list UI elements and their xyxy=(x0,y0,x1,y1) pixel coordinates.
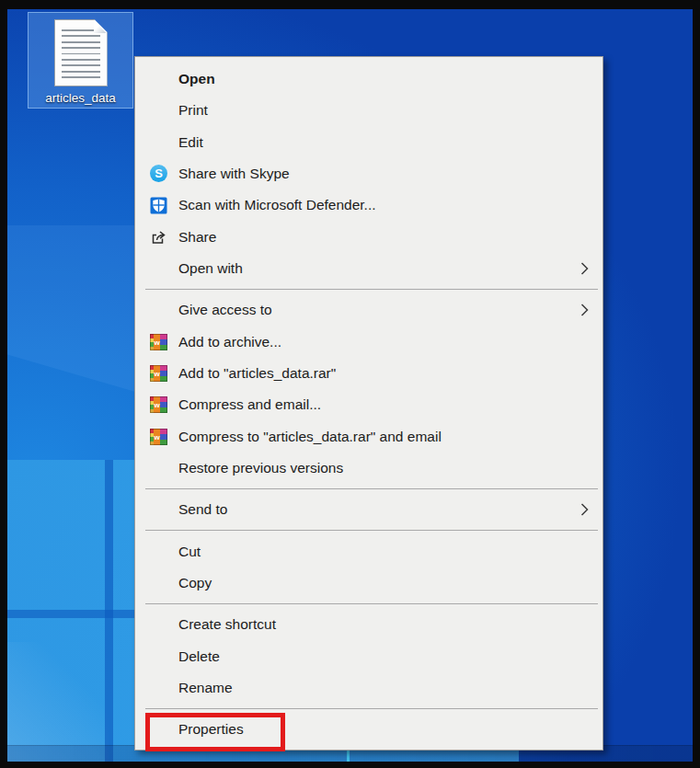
menu-item-restore-previous-versions[interactable]: Restore previous versions xyxy=(135,453,602,484)
menu-item-label: Share with Skype xyxy=(178,166,290,182)
icon-spacer xyxy=(150,133,174,152)
menu-item-label: Edit xyxy=(178,134,203,151)
menu-item-delete[interactable]: Delete xyxy=(135,640,602,671)
submenu-chevron-right-icon xyxy=(580,304,589,317)
menu-item-label: Share xyxy=(178,229,216,246)
menu-item-label: Add to archive... xyxy=(178,334,281,350)
menu-item-label: Give access to xyxy=(178,302,272,318)
menu-item-add-to-articles-data-rar[interactable]: wAdd to "articles_data.rar" xyxy=(135,358,602,389)
menu-item-print[interactable]: Print xyxy=(135,95,602,126)
winrar-icon: w xyxy=(150,333,174,351)
screenshot-frame: articles_data OpenPrintEditSShare with S… xyxy=(0,0,700,768)
defender-icon xyxy=(150,196,174,214)
desktop-file-icon-articles-data[interactable]: articles_data xyxy=(28,12,133,109)
menu-item-label: Create shortcut xyxy=(178,616,276,633)
menu-item-label: Compress and email... xyxy=(178,396,321,413)
menu-item-send-to[interactable]: Send to xyxy=(135,494,602,525)
submenu-chevron-right-icon xyxy=(580,261,589,275)
menu-item-open[interactable]: Open xyxy=(135,63,602,95)
icon-spacer xyxy=(150,259,174,278)
menu-separator xyxy=(145,488,598,489)
text-document-icon xyxy=(54,19,108,86)
winrar-icon: w xyxy=(150,428,174,446)
menu-item-copy[interactable]: Copy xyxy=(135,567,602,599)
menu-separator xyxy=(145,530,598,531)
menu-item-label: Delete xyxy=(178,648,220,665)
skype-icon: S xyxy=(150,165,174,183)
icon-spacer xyxy=(150,615,174,634)
icon-spacer xyxy=(150,70,174,88)
menu-item-scan-with-microsoft-defender[interactable]: Scan with Microsoft Defender... xyxy=(135,189,602,221)
menu-item-share[interactable]: Share xyxy=(135,221,602,252)
winrar-icon: w xyxy=(150,364,174,383)
svg-text:w: w xyxy=(153,433,160,441)
document-text-lines xyxy=(62,29,100,78)
menu-item-add-to-archive[interactable]: wAdd to archive... xyxy=(135,326,602,357)
menu-item-give-access-to[interactable]: Give access to xyxy=(135,294,602,326)
menu-item-label: Open xyxy=(178,71,215,87)
menu-item-label: Send to xyxy=(178,501,227,518)
icon-spacer xyxy=(150,301,174,319)
menu-item-rename[interactable]: Rename xyxy=(135,672,602,704)
icon-spacer xyxy=(150,101,174,120)
icon-spacer xyxy=(150,543,174,561)
menu-item-edit[interactable]: Edit xyxy=(135,126,602,157)
menu-item-label: Add to "articles_data.rar" xyxy=(178,365,336,382)
menu-separator xyxy=(145,708,598,709)
menu-item-open-with[interactable]: Open with xyxy=(135,253,602,284)
menu-item-compress-and-email[interactable]: wCompress and email... xyxy=(135,389,602,420)
svg-text:w: w xyxy=(153,401,160,409)
menu-item-label: Scan with Microsoft Defender... xyxy=(178,197,376,213)
desktop-icon-label: articles_data xyxy=(29,91,132,105)
menu-item-label: Cut xyxy=(178,544,201,560)
icon-spacer xyxy=(150,500,174,519)
menu-item-label: Copy xyxy=(178,575,212,591)
menu-separator xyxy=(145,603,598,604)
menu-item-label: Compress to "articles_data.rar" and emai… xyxy=(178,429,442,445)
submenu-chevron-right-icon xyxy=(580,503,589,517)
icon-spacer xyxy=(150,679,174,697)
context-menu: OpenPrintEditSShare with SkypeScan with … xyxy=(134,56,603,751)
svg-text:w: w xyxy=(153,338,160,347)
icon-spacer xyxy=(150,459,174,477)
menu-item-share-with-skype[interactable]: SShare with Skype xyxy=(135,158,602,189)
annotation-red-box-properties xyxy=(145,713,285,751)
share-icon xyxy=(150,228,174,246)
document-folded-corner xyxy=(94,20,107,33)
desktop: articles_data OpenPrintEditSShare with S… xyxy=(7,9,693,762)
wallpaper-pane-glint xyxy=(7,642,109,762)
menu-item-label: Open with xyxy=(178,260,243,277)
menu-separator xyxy=(145,289,598,290)
icon-spacer xyxy=(150,648,174,666)
menu-item-compress-to-articles-data-rar-and-email[interactable]: wCompress to "articles_data.rar" and ema… xyxy=(135,420,602,452)
menu-item-label: Rename xyxy=(178,680,233,696)
winrar-icon: w xyxy=(150,395,174,414)
icon-spacer xyxy=(150,574,174,592)
menu-item-label: Print xyxy=(178,102,208,119)
menu-item-create-shortcut[interactable]: Create shortcut xyxy=(135,609,602,640)
menu-item-cut[interactable]: Cut xyxy=(135,535,602,567)
menu-item-label: Restore previous versions xyxy=(178,460,343,476)
svg-text:w: w xyxy=(153,370,160,378)
